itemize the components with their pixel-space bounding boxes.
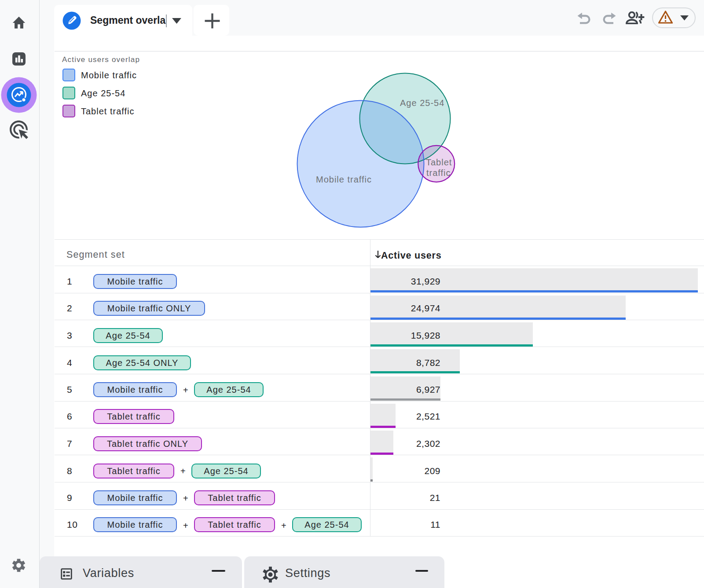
svg-text:traffic: traffic [426,168,451,178]
svg-text:Age 25-54: Age 25-54 [400,98,444,108]
svg-text:Mobile traffic: Mobile traffic [316,175,372,184]
svg-text:Tablet: Tablet [426,157,452,167]
